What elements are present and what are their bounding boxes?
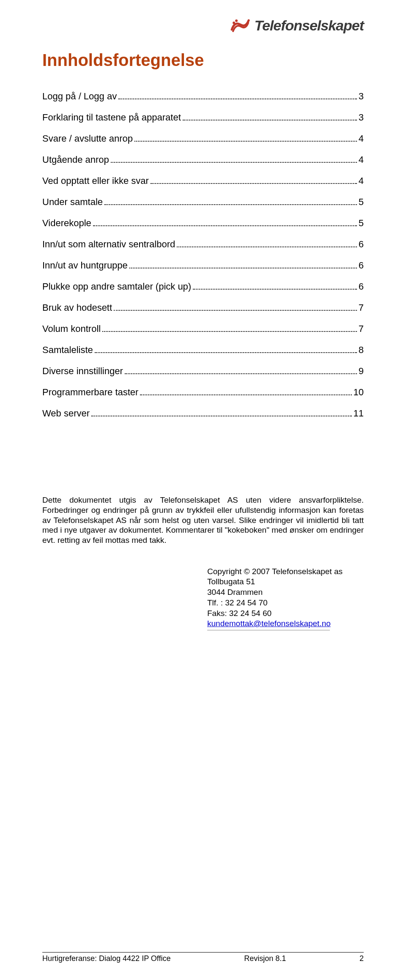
toc-item[interactable]: Ved opptatt eller ikke svar 4 — [42, 175, 364, 186]
toc-dots — [140, 394, 351, 395]
header-logo: Telefonselskapet — [42, 17, 364, 34]
toc-page: 5 — [359, 197, 364, 208]
company-logo-text: Telefonselskapet — [254, 17, 364, 34]
footer-center: Revisjon 8.1 — [244, 954, 286, 963]
page-footer: Hurtigreferanse: Dialog 4422 IP Office R… — [42, 952, 364, 963]
toc-page: 5 — [359, 218, 364, 229]
toc-item[interactable]: Volum kontroll 7 — [42, 323, 364, 334]
copyright-address-1: Tollbugata 51 — [207, 577, 364, 587]
toc-page: 4 — [359, 175, 364, 186]
toc-label: Logg på / Logg av — [42, 91, 117, 102]
toc-page: 6 — [359, 260, 364, 271]
toc-item[interactable]: Forklaring til tastene på apparatet 3 — [42, 112, 364, 123]
toc-label: Forklaring til tastene på apparatet — [42, 112, 181, 123]
contact-email-link[interactable]: kundemottak@telefonselskapet.no — [207, 619, 331, 628]
toc-dots — [125, 373, 357, 374]
toc-dots — [102, 331, 357, 332]
toc-dots — [91, 416, 351, 416]
copyright-phone: Tlf. : 32 24 54 70 — [207, 598, 364, 608]
toc-dots — [177, 246, 357, 247]
footer-divider — [42, 952, 364, 953]
toc-label: Svare / avslutte anrop — [42, 133, 133, 144]
toc-label: Diverse innstillinger — [42, 366, 123, 377]
page-title: Innholdsfortegnelse — [42, 51, 364, 70]
toc-item[interactable]: Plukke opp andre samtaler (pick up) 6 — [42, 281, 364, 292]
toc-dots — [118, 99, 357, 99]
toc-item[interactable]: Logg på / Logg av 3 — [42, 91, 364, 102]
toc-page: 6 — [359, 239, 364, 250]
toc-dots — [111, 162, 357, 163]
copyright-fax: Faks: 32 24 54 60 — [207, 608, 364, 619]
toc-dots — [129, 268, 357, 268]
toc-label: Under samtale — [42, 197, 103, 208]
copyright-line: Copyright © 2007 Telefonselskapet as — [207, 567, 364, 577]
toc-label: Volum kontroll — [42, 323, 101, 334]
toc-page: 4 — [359, 154, 364, 165]
footer-left: Hurtigreferanse: Dialog 4422 IP Office — [42, 954, 171, 963]
toc-label: Samtaleliste — [42, 345, 93, 356]
toc-page: 7 — [359, 323, 364, 334]
toc-item[interactable]: Diverse innstillinger 9 — [42, 366, 364, 377]
toc-page: 3 — [359, 91, 364, 102]
toc-item[interactable]: Utgående anrop 4 — [42, 154, 364, 165]
toc-item[interactable]: Under samtale 5 — [42, 197, 364, 208]
toc-page: 9 — [359, 366, 364, 377]
toc-item[interactable]: Inn/ut av huntgruppe 6 — [42, 260, 364, 271]
copyright-block: Copyright © 2007 Telefonselskapet as Tol… — [207, 567, 364, 630]
toc-page: 7 — [359, 302, 364, 313]
svg-point-0 — [233, 22, 235, 24]
toc-dots — [134, 141, 357, 142]
toc-label: Plukke opp andre samtaler (pick up) — [42, 281, 191, 292]
copyright-address-2: 3044 Drammen — [207, 587, 364, 598]
toc-label: Viderekople — [42, 218, 91, 229]
toc-dots — [93, 225, 357, 226]
toc-dots — [183, 120, 357, 120]
toc-page: 10 — [354, 387, 364, 398]
toc-item[interactable]: Svare / avslutte anrop 4 — [42, 133, 364, 144]
toc-item[interactable]: Inn/ut som alternativ sentralbord 6 — [42, 239, 364, 250]
toc-dots — [95, 352, 357, 353]
toc-label: Programmerbare taster — [42, 387, 138, 398]
toc-page: 4 — [359, 133, 364, 144]
toc-page: 8 — [359, 345, 364, 356]
company-logo-icon — [230, 17, 251, 34]
toc-label: Utgående anrop — [42, 154, 109, 165]
disclaimer-text: Dette dokumentet utgis av Telefonselskap… — [42, 495, 364, 545]
toc-label: Ved opptatt eller ikke svar — [42, 175, 149, 186]
toc-label: Web server — [42, 408, 90, 419]
toc-page: 3 — [359, 112, 364, 123]
toc-label: Bruk av hodesett — [42, 302, 112, 313]
svg-point-1 — [235, 19, 238, 22]
toc-page: 6 — [359, 281, 364, 292]
toc-page: 11 — [354, 408, 364, 419]
footer-page-number: 2 — [359, 954, 364, 963]
toc-item[interactable]: Web server 11 — [42, 408, 364, 419]
toc-dots — [114, 310, 357, 311]
divider — [207, 630, 330, 630]
toc-item[interactable]: Bruk av hodesett 7 — [42, 302, 364, 313]
toc-item[interactable]: Samtaleliste 8 — [42, 345, 364, 356]
toc-dots — [104, 204, 357, 205]
toc-item[interactable]: Programmerbare taster 10 — [42, 387, 364, 398]
table-of-contents: Logg på / Logg av 3 Forklaring til taste… — [42, 91, 364, 419]
toc-dots — [151, 183, 357, 184]
toc-item[interactable]: Viderekople 5 — [42, 218, 364, 229]
toc-label: Inn/ut som alternativ sentralbord — [42, 239, 175, 250]
document-page: Telefonselskapet Innholdsfortegnelse Log… — [0, 0, 406, 980]
toc-label: Inn/ut av huntgruppe — [42, 260, 128, 271]
toc-dots — [193, 289, 357, 290]
